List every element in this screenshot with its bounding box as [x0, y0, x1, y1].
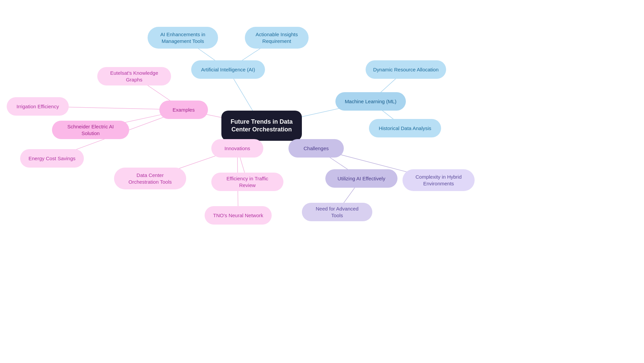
svg-line-0 — [233, 79, 253, 111]
challenges-label: Challenges — [304, 145, 329, 152]
efficiency-node[interactable]: Efficiency in Traffic Review — [211, 173, 283, 191]
ai-node[interactable]: Artificial Intelligence (AI) — [191, 60, 265, 79]
need-tools-label: Need for Advanced Tools — [309, 205, 365, 219]
actionable-node[interactable]: Actionable Insights Requirement — [245, 27, 309, 49]
svg-line-6 — [241, 47, 262, 61]
schneider-node[interactable]: Schneider Electric AI Solution — [52, 121, 129, 139]
innovations-label: Innovations — [224, 145, 250, 152]
svg-line-11 — [344, 188, 355, 203]
dc-tools-label: Data Center Orchestration Tools — [121, 172, 179, 185]
challenges-node[interactable]: Challenges — [288, 139, 344, 158]
efficiency-label: Efficiency in Traffic Review — [219, 175, 276, 188]
center-label: Future Trends in Data Center Orchestrati… — [229, 118, 294, 134]
svg-line-13 — [240, 158, 245, 173]
examples-label: Examples — [173, 107, 195, 113]
dynamic-node[interactable]: Dynamic Resource Allocation — [366, 60, 446, 79]
svg-line-12 — [174, 155, 219, 170]
svg-line-15 — [147, 85, 172, 102]
svg-line-5 — [197, 48, 216, 61]
svg-line-1 — [296, 107, 344, 118]
historical-node[interactable]: Historical Data Analysis — [369, 119, 441, 137]
complexity-label: Complexity in Hybrid Environments — [410, 174, 467, 187]
dc-tools-node[interactable]: Data Center Orchestration Tools — [114, 168, 186, 189]
tno-node[interactable]: TNO's Neural Network — [205, 206, 272, 225]
svg-line-8 — [382, 110, 394, 120]
dynamic-label: Dynamic Resource Allocation — [373, 66, 438, 73]
ml-node[interactable]: Machine Learning (ML) — [335, 92, 406, 111]
ai-label: Artificial Intelligence (AI) — [201, 66, 255, 73]
schneider-label: Schneider Electric AI Solution — [59, 123, 122, 136]
energy-node[interactable]: Energy Cost Savings — [20, 149, 84, 168]
need-tools-node[interactable]: Need for Advanced Tools — [302, 203, 372, 221]
irrigation-node[interactable]: Irrigation Efficiency — [7, 97, 69, 116]
historical-label: Historical Data Analysis — [379, 125, 431, 132]
svg-line-9 — [328, 157, 348, 170]
ai-enhance-node[interactable]: AI Enhancements in Management Tools — [148, 27, 218, 49]
utilizing-ai-node[interactable]: Utilizing AI Effectively — [325, 169, 397, 188]
eutelsat-label: Eutelsat's Knowledge Graphs — [105, 70, 164, 83]
irrigation-label: Irrigation Efficiency — [16, 103, 59, 110]
energy-label: Energy Cost Savings — [29, 155, 75, 162]
actionable-label: Actionable Insights Requirement — [252, 31, 301, 44]
ml-label: Machine Learning (ML) — [345, 98, 396, 105]
ai-enhance-label: AI Enhancements in Management Tools — [155, 31, 211, 44]
center-node[interactable]: Future Trends in Data Center Orchestrati… — [221, 111, 302, 141]
svg-line-17 — [69, 107, 159, 109]
svg-line-16 — [119, 114, 162, 124]
innovations-node[interactable]: Innovations — [211, 139, 263, 158]
utilizing-ai-label: Utilizing AI Effectively — [337, 175, 385, 182]
svg-line-7 — [380, 78, 396, 93]
tno-label: TNO's Neural Network — [213, 212, 263, 219]
complexity-node[interactable]: Complexity in Hybrid Environments — [402, 169, 475, 191]
eutelsat-node[interactable]: Eutelsat's Knowledge Graphs — [97, 67, 171, 85]
examples-node[interactable]: Examples — [159, 101, 208, 119]
